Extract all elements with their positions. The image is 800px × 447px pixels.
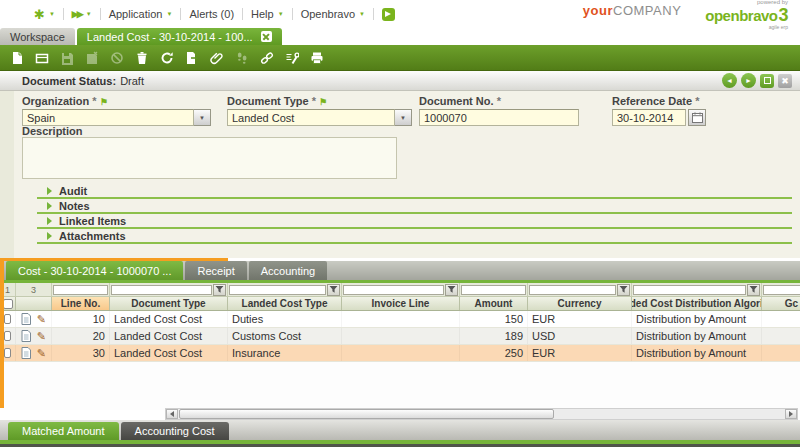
- column-header-gc[interactable]: Gc: [762, 297, 800, 310]
- funnel-icon: [447, 285, 456, 294]
- column-header-document-type[interactable]: Document Type: [110, 297, 228, 310]
- edit-form-button[interactable]: [31, 48, 53, 68]
- funnel-icon: [749, 285, 758, 294]
- open-record-icon[interactable]: [21, 313, 31, 325]
- tab-accounting[interactable]: Accounting: [249, 261, 327, 280]
- export-icon: [185, 51, 199, 65]
- tab-cost[interactable]: Cost - 30-10-2014 - 1000070 ...: [6, 261, 183, 280]
- close-tab-icon[interactable]: [261, 31, 272, 42]
- filter-input-gc[interactable]: [763, 285, 800, 295]
- tools-button[interactable]: [281, 48, 303, 68]
- calendar-button[interactable]: [688, 109, 706, 126]
- logout-button[interactable]: [374, 8, 403, 21]
- refresh-button[interactable]: [156, 48, 178, 68]
- filter-funnel-button[interactable]: [747, 284, 760, 296]
- filter-input-algorithm[interactable]: [633, 285, 746, 295]
- save-close-icon: [85, 51, 99, 65]
- section-notes[interactable]: Notes: [37, 200, 792, 214]
- organization-field[interactable]: Spain: [22, 109, 194, 126]
- reference-date-field[interactable]: 30-10-2014: [612, 109, 686, 126]
- tab-receipt[interactable]: Receipt: [185, 261, 246, 280]
- child-tab-bar: Cost - 30-10-2014 - 1000070 ... Receipt …: [0, 261, 800, 280]
- filter-input-amount[interactable]: [461, 285, 526, 295]
- new-document-icon: [10, 51, 24, 65]
- scroll-right-button[interactable]: [785, 409, 797, 419]
- edit-row-icon[interactable]: ✎: [37, 348, 46, 358]
- filter-input-line-no[interactable]: [53, 285, 108, 295]
- table-row[interactable]: ✎ 20 Landed Cost Cost Customs Cost 189 U…: [0, 328, 800, 345]
- filter-funnel-button[interactable]: [617, 284, 630, 296]
- quick-launch-menu[interactable]: ▶▶ ▼: [64, 9, 100, 19]
- scroll-left-button[interactable]: [166, 409, 178, 419]
- print-button[interactable]: [306, 48, 328, 68]
- tab-label: Matched Amount: [22, 425, 105, 437]
- table-row-selected[interactable]: ✎ 30 Landed Cost Cost Insurance 250 EUR …: [0, 345, 800, 362]
- filter-funnel-button[interactable]: [213, 284, 226, 296]
- new-document-button[interactable]: [6, 48, 28, 68]
- reference-date-label: Reference Date *: [612, 95, 706, 107]
- audit-button: [231, 48, 253, 68]
- tab-landed-cost[interactable]: Landed Cost - 30-10-2014 - 100...: [77, 28, 282, 45]
- close-view-button[interactable]: ✖: [778, 74, 792, 88]
- section-audit[interactable]: Audit: [37, 185, 792, 199]
- export-button[interactable]: [181, 48, 203, 68]
- column-header-algorithm[interactable]: Landed Cost Distribution Algorithm: [632, 297, 762, 310]
- filter-input-currency[interactable]: [529, 285, 616, 295]
- column-header-amount[interactable]: Amount: [460, 297, 528, 310]
- organization-dropdown-button[interactable]: ▼: [194, 109, 211, 126]
- form-view-button[interactable]: [760, 74, 774, 88]
- next-record-button[interactable]: ►: [741, 73, 756, 88]
- filter-input-landed-cost-type[interactable]: [229, 285, 326, 295]
- open-record-icon[interactable]: [21, 347, 31, 359]
- tab-matched-amount[interactable]: Matched Amount: [8, 422, 119, 440]
- document-no-field[interactable]: 1000070: [419, 109, 579, 126]
- print-icon: [310, 51, 324, 65]
- column-header-currency[interactable]: Currency: [528, 297, 632, 310]
- column-header-landed-cost-type[interactable]: Landed Cost Type: [228, 297, 342, 310]
- cell-landed-cost-type: Duties: [228, 311, 342, 327]
- openbravo-logo: powered by openbravo3 agile erp: [705, 0, 788, 30]
- scrollbar-thumb[interactable]: [179, 409, 554, 419]
- tab-workspace[interactable]: Workspace: [0, 28, 75, 45]
- arrow-left-icon: [170, 411, 174, 417]
- open-record-icon[interactable]: [21, 330, 31, 342]
- menu-alerts[interactable]: Alerts (0): [181, 8, 242, 20]
- cost-lines-grid: 1 3 Line No. Document Type Landed Cost T…: [0, 283, 800, 410]
- row-checkbox[interactable]: [4, 348, 11, 358]
- filter-funnel-button[interactable]: [327, 284, 340, 296]
- edit-row-icon[interactable]: ✎: [37, 331, 46, 341]
- section-attachments[interactable]: Attachments: [37, 230, 792, 244]
- menu-help[interactable]: Help ▼: [243, 8, 292, 20]
- cell-document-type: Landed Cost Cost: [110, 345, 228, 361]
- document-status-value: Draft: [120, 75, 144, 87]
- attachment-icon: [210, 51, 224, 65]
- cell-currency: EUR: [528, 345, 632, 361]
- filter-input-invoice-line[interactable]: [343, 285, 444, 295]
- delete-button[interactable]: [131, 48, 153, 68]
- row-checkbox[interactable]: [4, 331, 11, 341]
- tab-accounting-cost[interactable]: Accounting Cost: [121, 422, 229, 440]
- select-all-checkbox[interactable]: [3, 299, 13, 309]
- document-type-dropdown-button[interactable]: ▼: [395, 109, 412, 126]
- document-type-field[interactable]: Landed Cost: [227, 109, 395, 126]
- column-header-invoice-line[interactable]: Invoice Line: [342, 297, 460, 310]
- description-field[interactable]: [22, 137, 397, 179]
- tab-label: Landed Cost - 30-10-2014 - 100...: [87, 31, 253, 43]
- filter-funnel-button[interactable]: [445, 284, 458, 296]
- link-icon: [260, 51, 274, 65]
- previous-record-button[interactable]: ◄: [722, 73, 737, 88]
- filter-input-document-type[interactable]: [111, 285, 212, 295]
- menu-openbravo[interactable]: Openbravo ▼: [293, 8, 373, 20]
- favorites-menu[interactable]: ✱ ▼: [26, 8, 63, 21]
- edit-row-icon[interactable]: ✎: [37, 314, 46, 324]
- cell-line-no: 10: [52, 311, 110, 327]
- menu-application[interactable]: Application ▼: [101, 8, 181, 20]
- row-checkbox[interactable]: [4, 314, 11, 324]
- section-linked-items[interactable]: Linked Items: [37, 215, 792, 229]
- link-button[interactable]: [256, 48, 278, 68]
- table-row[interactable]: ✎ 10 Landed Cost Cost Duties 150 EUR Dis…: [0, 311, 800, 328]
- attachment-button[interactable]: [206, 48, 228, 68]
- cell-line-no: 30: [52, 345, 110, 361]
- horizontal-scrollbar[interactable]: [165, 408, 798, 420]
- column-header-line-no[interactable]: Line No.: [52, 297, 110, 310]
